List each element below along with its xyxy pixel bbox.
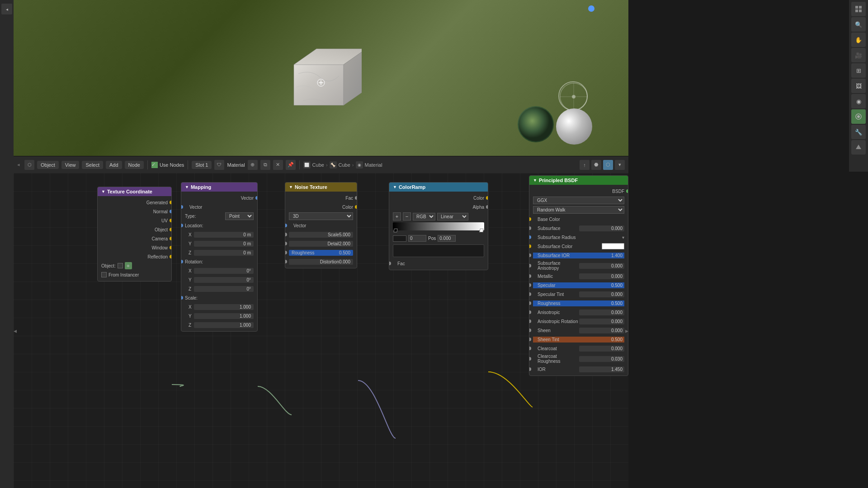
- tex-coord-collapse[interactable]: ▼: [101, 189, 105, 194]
- view-menu-btn[interactable]: View: [61, 161, 80, 169]
- ramp-stop-black[interactable]: [393, 229, 397, 232]
- bsdf-sss-radius-arrow[interactable]: ▾: [622, 235, 624, 240]
- bsdf-cc-rough-row: Clearcoat Roughness 0.030: [529, 353, 628, 365]
- add-material-btn[interactable]: ⊕: [248, 160, 258, 170]
- ramp-add-btn[interactable]: +: [393, 212, 401, 221]
- header-icon-image[interactable]: 🖼: [851, 79, 866, 93]
- colorramp-collapse[interactable]: ▼: [393, 185, 397, 189]
- ramp-mode-select[interactable]: RGBHSV: [413, 213, 435, 221]
- object-dropdown-btn[interactable]: Object: [37, 161, 59, 169]
- from-instancer-checkbox[interactable]: [101, 272, 107, 277]
- bsdf-sss-color-swatch[interactable]: [602, 243, 624, 249]
- add-menu-btn[interactable]: Add: [106, 161, 122, 169]
- select-menu-btn[interactable]: Select: [82, 161, 103, 169]
- node-texture-coordinate[interactable]: ▼ Texture Coordinate Generated Normal UV…: [97, 187, 172, 282]
- bsdf-subsurface-value[interactable]: 0.000: [579, 225, 624, 231]
- material-preview-sphere[interactable]: [556, 108, 592, 145]
- loc-z-value[interactable]: 0 m: [194, 250, 254, 256]
- render-preview-icon[interactable]: ↑: [580, 160, 590, 170]
- header-icon-hand[interactable]: ✋: [851, 33, 866, 47]
- bsdf-spec-tint-value[interactable]: 0.000: [579, 291, 624, 297]
- node-area-collapse-left[interactable]: ◂: [14, 327, 17, 334]
- header-icon-modifier[interactable]: [851, 140, 866, 155]
- breadcrumb-cube1[interactable]: Cube: [312, 162, 324, 168]
- ramp-remove-btn[interactable]: −: [403, 212, 411, 221]
- object-checkbox[interactable]: [118, 263, 123, 268]
- mapping-type-select[interactable]: PointTextureVectorNormal: [225, 212, 254, 220]
- ramp-interp-select[interactable]: LinearEaseB-SplineCardinalConstant: [437, 213, 468, 221]
- noise-mode-select[interactable]: 3D1D2D4D: [289, 212, 353, 220]
- toolbar-collapse-left[interactable]: ◂: [17, 162, 20, 168]
- rot-x-value[interactable]: 0°: [194, 268, 254, 274]
- ramp-stop-white[interactable]: [479, 229, 483, 232]
- bsdf-sheen-tint-value[interactable]: 0.500: [602, 337, 624, 343]
- bsdf-sss-aniso-value[interactable]: 0.000: [579, 263, 624, 269]
- bsdf-title: Principled BSDF: [539, 178, 578, 183]
- node-area-collapse-right[interactable]: ▸: [625, 327, 628, 334]
- use-nodes-toggle[interactable]: ✓ Use Nodes: [151, 162, 184, 168]
- delete-material-btn[interactable]: ✕: [273, 160, 283, 170]
- bsdf-specular-value[interactable]: 0.500: [602, 282, 624, 288]
- bsdf-clearcoat-value[interactable]: 0.000: [579, 346, 624, 352]
- noise-collapse[interactable]: ▼: [289, 185, 293, 189]
- noise-scale-field[interactable]: Scale 5.000: [289, 232, 353, 238]
- scale-y-value[interactable]: 1.000: [194, 313, 254, 319]
- use-nodes-checkbox[interactable]: ✓: [151, 162, 158, 168]
- colorramp-alpha-label: Alpha: [472, 205, 484, 210]
- left-tool-1[interactable]: ◂: [1, 4, 12, 14]
- header-icon-camera[interactable]: 🎥: [851, 48, 866, 62]
- node-menu-btn[interactable]: Node: [125, 161, 144, 169]
- ramp-color-preview[interactable]: [393, 235, 406, 242]
- header-icon-magnify[interactable]: 🔍: [851, 17, 866, 32]
- pin-material-btn[interactable]: 📌: [286, 160, 296, 170]
- scale-x-value[interactable]: 1.000: [194, 304, 254, 310]
- hdri-preview-sphere[interactable]: [518, 106, 554, 142]
- bsdf-ggx-select[interactable]: GGXMulti-GGX: [533, 197, 624, 204]
- node-noise-texture[interactable]: ▼ Noise Texture Fac Color 3D1D2D4D: [285, 182, 357, 268]
- bsdf-sss-ior-value[interactable]: 1.400: [602, 253, 624, 258]
- bsdf-aniso-rot-value[interactable]: 0.000: [579, 319, 624, 324]
- scale-z-value[interactable]: 1.000: [194, 322, 254, 328]
- header-icon-grid[interactable]: ⊞: [851, 63, 866, 78]
- noise-distortion-field[interactable]: Distortion 0.000: [289, 259, 353, 265]
- copy-material-btn[interactable]: ⧉: [260, 160, 270, 170]
- rot-z-value[interactable]: 0°: [194, 286, 254, 292]
- editor-type-icon[interactable]: ⬡: [24, 160, 34, 170]
- loc-y-value[interactable]: 0 m: [194, 241, 254, 247]
- bsdf-rw-select[interactable]: Random WalkChristensen-Burley: [533, 206, 624, 214]
- bsdf-ior-value[interactable]: 1.450: [579, 366, 624, 372]
- overlay-icon[interactable]: ⬡: [603, 160, 613, 170]
- node-principled-bsdf[interactable]: ▼ Principled BSDF BSDF GGXMulti-GGX Rand…: [529, 175, 628, 376]
- rot-y-value[interactable]: 0°: [194, 277, 254, 283]
- node-colorramp[interactable]: ▼ ColorRamp Color Alpha + − RGBHSV: [389, 182, 488, 270]
- breadcrumb-cube2[interactable]: Cube: [339, 162, 350, 168]
- colorramp-gradient[interactable]: [393, 222, 484, 230]
- noise-detail-field[interactable]: Detail 2.000: [289, 241, 353, 247]
- noise-roughness-field[interactable]: Roughness 0.500: [289, 250, 353, 256]
- header-icon-1[interactable]: [851, 2, 866, 16]
- bsdf-metallic-value[interactable]: 0.000: [579, 273, 624, 279]
- mapping-collapse[interactable]: ▼: [185, 185, 189, 189]
- header-icon-sphere[interactable]: ◉: [851, 94, 866, 108]
- ramp-pos-value[interactable]: [438, 235, 456, 242]
- viewport-nav-gizmo[interactable]: [558, 81, 588, 111]
- colorramp-color-swatch[interactable]: [393, 244, 484, 257]
- breadcrumb-material[interactable]: Material: [365, 162, 382, 168]
- node-mapping[interactable]: ▼ Mapping Vector Vector Type: PointTextu…: [181, 182, 258, 332]
- ramp-black-pos[interactable]: [408, 235, 426, 242]
- bsdf-collapse[interactable]: ▼: [533, 178, 537, 183]
- object-picker[interactable]: ⊕: [125, 262, 132, 269]
- header-icon-tool[interactable]: 🔧: [851, 125, 866, 139]
- tex-coord-body: Generated Normal UV Object Camera Window: [98, 196, 171, 281]
- material-icon-small: ◉: [356, 161, 363, 169]
- loc-x-value[interactable]: 0 m: [194, 232, 254, 238]
- view-options-icon[interactable]: ⬣: [591, 160, 601, 170]
- bsdf-anisotropic-value[interactable]: 0.000: [579, 310, 624, 315]
- header-icon-material[interactable]: [851, 109, 866, 124]
- bsdf-sheen-value[interactable]: 0.000: [579, 328, 624, 333]
- bsdf-roughness-value[interactable]: 0.500: [602, 300, 624, 306]
- extra-options-icon[interactable]: ▾: [615, 160, 625, 170]
- material-icon-btn[interactable]: 🛡: [214, 160, 224, 170]
- bsdf-cc-rough-value[interactable]: 0.030: [579, 356, 624, 362]
- slot-dropdown-btn[interactable]: Slot 1: [192, 161, 212, 169]
